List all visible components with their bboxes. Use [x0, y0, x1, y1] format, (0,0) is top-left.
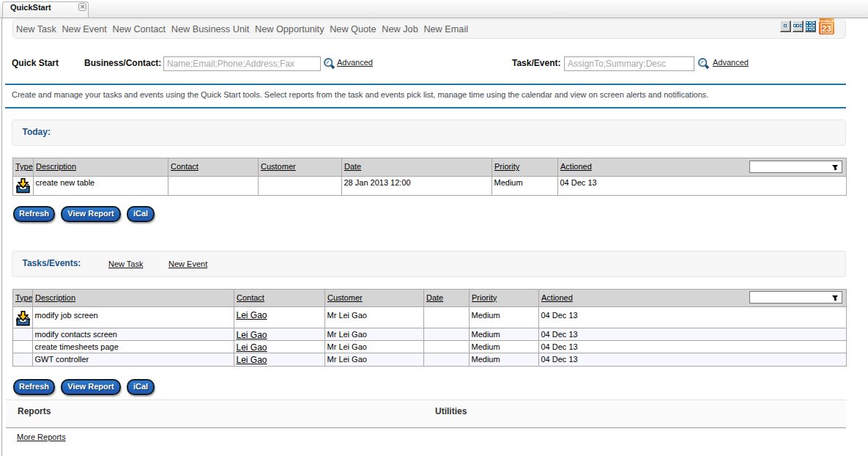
svg-text:Tuesday 23: Tuesday 23 — [819, 19, 834, 23]
svg-text:23: 23 — [822, 24, 831, 33]
